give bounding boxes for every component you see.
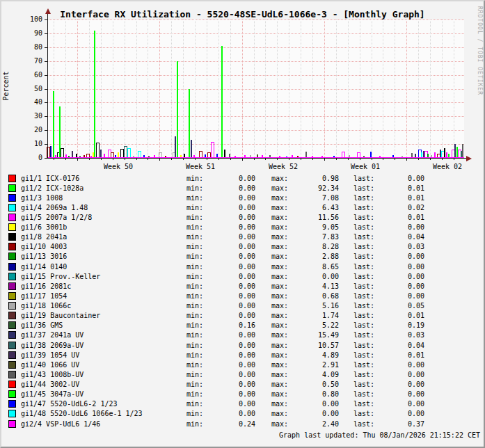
legend-series-name: gi1/8 2041a — [21, 233, 186, 241]
day-gridline — [183, 19, 184, 158]
data-spike — [211, 142, 214, 158]
legend-color-swatch — [8, 400, 16, 408]
legend-series-name: gi1/18 1066c — [21, 302, 186, 310]
min-column-label: min: — [186, 223, 203, 231]
min-value: 0.00 — [203, 302, 255, 310]
x-tick-label: Week 52 — [259, 163, 308, 170]
last-column-label: last: — [353, 184, 374, 192]
max-value: 5.16 — [288, 302, 339, 310]
y-tick-label: 90 — [22, 29, 42, 37]
last-column-label: last: — [353, 175, 374, 182]
legend-series-name: gi1/47 5520-UdL6-2_1/23 — [21, 400, 186, 408]
week-gridline — [406, 19, 407, 158]
legend-row: gi1/3 1008min:0.00max:7.08last:0.01 — [8, 193, 424, 202]
x-tick-mark — [183, 159, 184, 160]
x-tick-mark — [265, 159, 266, 160]
y-tick-mark — [45, 61, 47, 62]
legend-series-name: gi1/4 2069a_1.48 — [21, 204, 186, 211]
legend-row: gi1/48 5520-UdL6_1066e-1_1/23min:0.00max… — [8, 409, 424, 419]
legend-series-name: gi1/15 Prov.-Keller — [21, 273, 186, 280]
min-column-label: min: — [186, 420, 203, 428]
legend-color-swatch — [8, 184, 16, 192]
data-spike — [94, 31, 95, 158]
legend-series-name: gi1/16 2081c — [21, 282, 186, 290]
y-tick-label: 20 — [22, 126, 42, 134]
legend-series-name: gi1/10 4003 — [21, 243, 186, 250]
last-value: 0.00 — [374, 175, 424, 182]
day-gridline — [360, 19, 360, 158]
max-column-label: max: — [271, 342, 288, 349]
legend-color-swatch — [8, 233, 16, 241]
last-value: 0.00 — [374, 253, 424, 260]
legend-row: gi1/5 2007a_1/2/8min:0.00max:11.56last:0… — [8, 212, 424, 222]
last-column-label: last: — [353, 282, 374, 290]
y-axis-line — [47, 14, 48, 159]
legend-row: gi1/37 2041a_UVmin:0.00max:15.49last:0.0… — [8, 330, 424, 340]
min-column-label: min: — [186, 233, 203, 241]
legend-color-swatch — [8, 361, 16, 369]
last-value: 0.00 — [374, 361, 424, 369]
legend-row: gi1/44 3002-UVmin:0.00max:0.50last:0.00 — [8, 380, 424, 390]
legend-series-name: gi1/43 1008b-UV — [21, 371, 186, 378]
min-column-label: min: — [186, 243, 203, 250]
day-gridline — [277, 19, 278, 158]
last-value: 0.00 — [374, 410, 424, 417]
last-column-label: last: — [353, 302, 374, 310]
legend-color-swatch — [8, 331, 16, 339]
max-value: 9.05 — [288, 223, 339, 231]
max-value: 0.00 — [288, 273, 339, 280]
last-value: 0.01 — [374, 194, 424, 202]
y-tick-mark — [45, 158, 47, 159]
legend-series-name: gi1/19 Baucontainer — [21, 312, 186, 319]
legend-series-name: gi1/39 1054_UV — [21, 351, 186, 359]
legend-color-swatch — [8, 342, 16, 349]
last-value: 0.04 — [374, 342, 424, 349]
legend-color-swatch — [8, 321, 16, 329]
h-gridline — [47, 33, 464, 34]
day-gridline — [383, 19, 383, 158]
x-tick-mark — [348, 159, 349, 160]
legend-series-name: gi1/38 2069a-UV — [21, 342, 186, 349]
last-value: 0.03 — [374, 331, 424, 339]
legend-series-name: gi1/13 3016 — [21, 253, 186, 260]
max-value: 4.13 — [288, 282, 339, 290]
day-gridline — [372, 19, 372, 158]
y-tick-mark — [45, 19, 47, 20]
legend-series-name: gi1/48 5520-UdL6_1066e-1_1/23 — [21, 410, 186, 417]
legend-row: gi1/14 0140min:0.00max:8.65last:0.00 — [8, 262, 424, 271]
legend-color-swatch — [8, 292, 16, 300]
last-value: 0.03 — [374, 243, 424, 250]
legend-row: gi1/39 1054_UVmin:0.00max:4.89last:0.01 — [8, 350, 424, 360]
day-gridline — [148, 19, 148, 158]
legend-color-swatch — [8, 223, 16, 231]
week-gridline — [242, 19, 243, 158]
min-column-label: min: — [186, 331, 203, 339]
last-value: 0.01 — [374, 184, 424, 192]
x-tick-mark — [336, 159, 337, 160]
day-gridline — [395, 19, 395, 158]
max-value: 2.91 — [288, 361, 339, 369]
last-value: 0.19 — [374, 321, 424, 329]
x-tick-label: Week 01 — [341, 163, 390, 170]
max-value: 6.43 — [288, 204, 339, 211]
last-value: 0.00 — [374, 273, 424, 280]
last-value: 0.02 — [374, 204, 424, 211]
y-tick-label: 30 — [22, 112, 42, 120]
last-column-label: last: — [353, 263, 374, 271]
legend-row: gi1/36 GMSmin:0.16max:5.22last:0.19 — [8, 321, 424, 330]
last-value: 0.00 — [374, 371, 424, 378]
y-tick-label: 40 — [22, 98, 42, 106]
min-value: 0.00 — [203, 371, 255, 378]
x-tick-label: Week 51 — [176, 163, 225, 170]
min-value: 0.00 — [203, 204, 255, 211]
x-tick-mark — [218, 159, 219, 160]
max-value: 0.68 — [288, 292, 339, 300]
y-tick-mark — [45, 116, 47, 117]
h-gridline — [47, 102, 464, 103]
max-column-label: max: — [271, 184, 288, 192]
day-gridline — [89, 19, 90, 158]
last-value: 0.00 — [374, 223, 424, 231]
last-column-label: last: — [353, 321, 374, 329]
last-value: 0.00 — [374, 292, 424, 300]
max-value: 8.65 — [288, 263, 339, 271]
